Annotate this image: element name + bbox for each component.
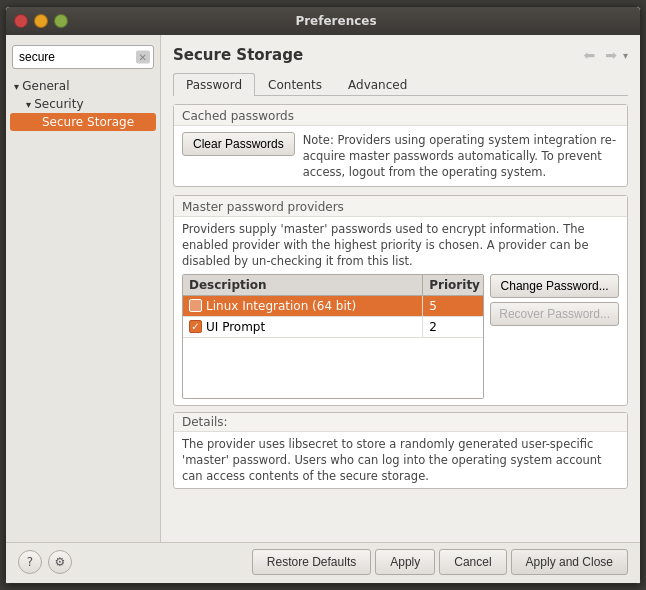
panel-header: Secure Storage ⬅ ➡ ▾ — [173, 45, 628, 65]
help-button[interactable]: ? — [18, 550, 42, 574]
preferences-window: Preferences ✕ General Security Secure St… — [5, 6, 641, 584]
close-button[interactable] — [14, 14, 28, 28]
table-buttons: Change Password... Recover Password... — [490, 274, 619, 399]
titlebar: Preferences — [6, 7, 640, 35]
cached-passwords-section: Cached passwords Clear Passwords Note: P… — [173, 104, 628, 187]
table-area: Description Priority Linux Integration (… — [174, 274, 627, 405]
td-ui-desc: UI Prompt — [183, 317, 423, 337]
th-description: Description — [183, 275, 423, 295]
master-description: Providers supply 'master' passwords used… — [174, 217, 627, 273]
table-row[interactable]: UI Prompt 2 — [183, 317, 483, 338]
sidebar: ✕ General Security Secure Storage — [6, 35, 161, 542]
minimize-button[interactable] — [34, 14, 48, 28]
th-priority: Priority — [423, 275, 483, 295]
restore-defaults-button[interactable]: Restore Defaults — [252, 549, 371, 575]
main-panel: Secure Storage ⬅ ➡ ▾ Password Contents A… — [161, 35, 640, 542]
sidebar-item-secure-storage[interactable]: Secure Storage — [10, 113, 156, 131]
sidebar-item-security[interactable]: Security — [6, 95, 160, 113]
details-label: Details: — [174, 413, 627, 432]
td-ui-priority: 2 — [423, 317, 483, 337]
bottom-left-buttons: ? ⚙ — [18, 550, 72, 574]
table-row[interactable]: Linux Integration (64 bit) 5 — [183, 296, 483, 317]
maximize-button[interactable] — [54, 14, 68, 28]
provider-table: Description Priority Linux Integration (… — [182, 274, 484, 399]
checkbox-ui-prompt[interactable] — [189, 320, 202, 333]
tab-advanced[interactable]: Advanced — [335, 73, 420, 96]
nav-back-icon[interactable]: ⬅ — [580, 45, 600, 65]
td-linux-desc: Linux Integration (64 bit) — [183, 296, 423, 316]
master-title: Master password providers — [182, 200, 619, 214]
content-area: ✕ General Security Secure Storage Secure… — [6, 35, 640, 542]
nav-dropdown-icon[interactable]: ▾ — [623, 50, 628, 61]
tab-contents[interactable]: Contents — [255, 73, 335, 96]
bottom-right-buttons: Restore Defaults Apply Cancel Apply and … — [252, 549, 628, 575]
recover-password-button[interactable]: Recover Password... — [490, 302, 619, 326]
change-password-button[interactable]: Change Password... — [490, 274, 619, 298]
panel-title: Secure Storage — [173, 46, 303, 64]
td-linux-priority: 5 — [423, 296, 483, 316]
table-header: Description Priority — [183, 275, 483, 296]
search-clear-icon[interactable]: ✕ — [136, 51, 150, 64]
cached-passwords-label: Cached passwords — [174, 105, 627, 126]
window-title: Preferences — [74, 14, 598, 28]
details-text: The provider uses libsecret to store a r… — [174, 432, 627, 488]
cached-passwords-content: Clear Passwords Note: Providers using op… — [174, 126, 627, 186]
tabs: Password Contents Advanced — [173, 73, 628, 96]
tab-password[interactable]: Password — [173, 73, 255, 96]
cached-passwords-note: Note: Providers using operating system i… — [303, 132, 619, 180]
nav-forward-icon[interactable]: ➡ — [601, 45, 621, 65]
clear-passwords-button[interactable]: Clear Passwords — [182, 132, 295, 156]
search-box: ✕ — [12, 45, 154, 69]
bottom-bar: ? ⚙ Restore Defaults Apply Cancel Apply … — [6, 542, 640, 583]
details-section: Details: The provider uses libsecret to … — [173, 412, 628, 489]
cancel-button[interactable]: Cancel — [439, 549, 506, 575]
nav-arrows: ⬅ ➡ ▾ — [580, 45, 629, 65]
master-password-section: Master password providers Providers supp… — [173, 195, 628, 405]
checkbox-linux[interactable] — [189, 299, 202, 312]
sidebar-item-general[interactable]: General — [6, 77, 160, 95]
table-spacer — [183, 338, 483, 398]
apply-and-close-button[interactable]: Apply and Close — [511, 549, 628, 575]
master-header: Master password providers — [174, 196, 627, 217]
settings-button[interactable]: ⚙ — [48, 550, 72, 574]
apply-button[interactable]: Apply — [375, 549, 435, 575]
search-input[interactable] — [12, 45, 154, 69]
